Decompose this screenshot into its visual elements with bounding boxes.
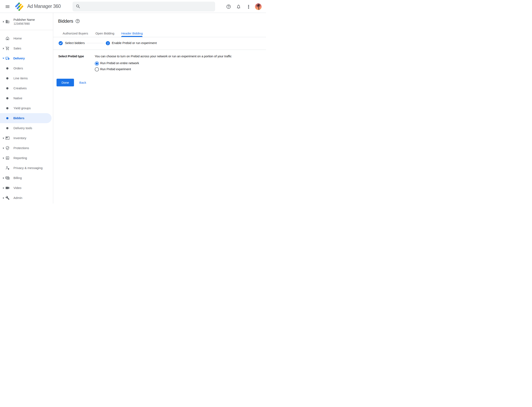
svg-text:2: 2	[107, 41, 108, 45]
